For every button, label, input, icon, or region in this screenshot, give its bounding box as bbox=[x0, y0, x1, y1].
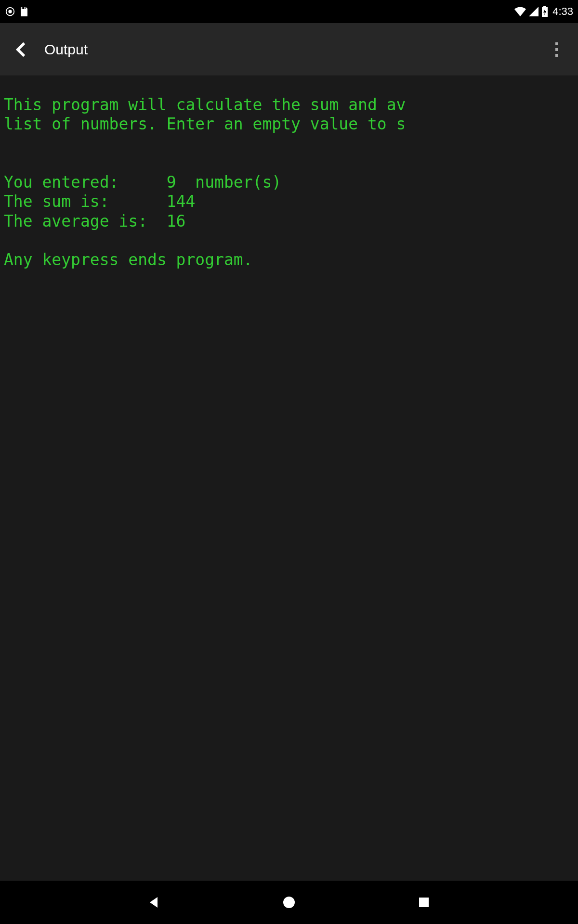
svg-rect-8 bbox=[419, 898, 429, 907]
circle-icon bbox=[5, 6, 15, 17]
terminal-line: Any keypress ends program. bbox=[4, 250, 253, 269]
svg-point-7 bbox=[283, 897, 295, 908]
sd-card-icon bbox=[19, 6, 29, 17]
svg-rect-3 bbox=[23, 7, 24, 9]
terminal-line: This program will calculate the sum and … bbox=[4, 95, 406, 114]
status-clock: 4:33 bbox=[552, 5, 573, 18]
cell-signal-icon bbox=[528, 6, 539, 17]
circle-home-icon bbox=[282, 895, 296, 910]
terminal-line: list of numbers. Enter an empty value to… bbox=[4, 115, 406, 133]
wifi-icon bbox=[514, 6, 526, 17]
triangle-back-icon bbox=[147, 895, 161, 910]
more-vert-icon bbox=[555, 54, 558, 57]
svg-rect-6 bbox=[543, 6, 546, 7]
square-recent-icon bbox=[418, 896, 430, 909]
android-nav-bar bbox=[0, 881, 578, 924]
svg-rect-2 bbox=[22, 7, 23, 9]
nav-back-button[interactable] bbox=[140, 888, 169, 917]
chevron-left-icon bbox=[13, 41, 29, 58]
app-title: Output bbox=[44, 41, 545, 58]
terminal-line: The sum is: 144 bbox=[4, 192, 195, 211]
overflow-menu-button[interactable] bbox=[545, 38, 568, 61]
terminal-line: The average is: 16 bbox=[4, 212, 186, 231]
terminal-text: This program will calculate the sum and … bbox=[4, 95, 578, 270]
android-status-bar: 4:33 bbox=[0, 0, 578, 23]
app-bar: Output bbox=[0, 23, 578, 76]
terminal-line: You entered: 9 number(s) bbox=[4, 173, 281, 192]
svg-point-1 bbox=[8, 10, 12, 13]
battery-charging-icon bbox=[541, 6, 549, 17]
nav-recent-button[interactable] bbox=[409, 888, 438, 917]
back-button[interactable] bbox=[10, 38, 33, 61]
more-vert-icon bbox=[555, 42, 558, 45]
svg-rect-4 bbox=[25, 7, 26, 9]
status-left bbox=[5, 6, 29, 17]
nav-home-button[interactable] bbox=[275, 888, 303, 917]
terminal-output-area[interactable]: This program will calculate the sum and … bbox=[0, 76, 578, 881]
more-vert-icon bbox=[555, 48, 558, 51]
status-right: 4:33 bbox=[514, 5, 573, 18]
